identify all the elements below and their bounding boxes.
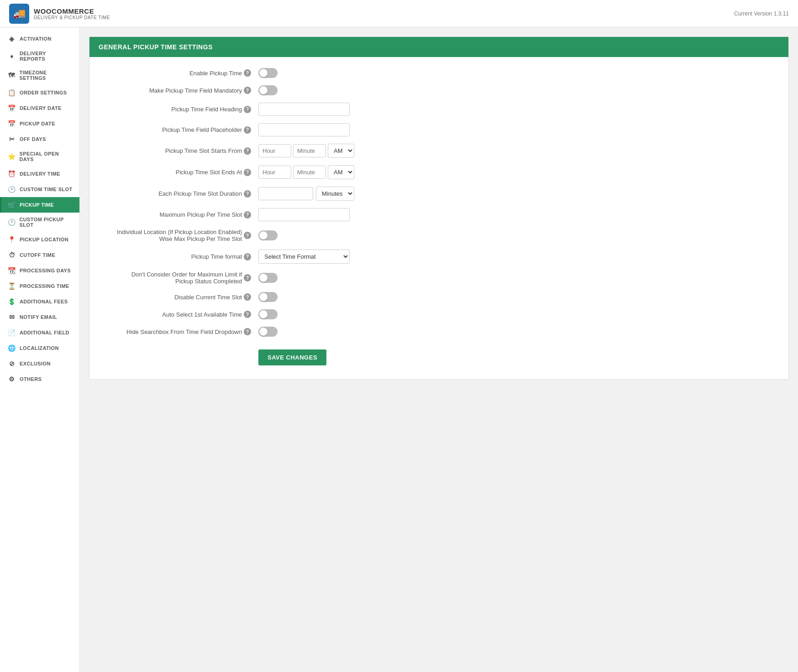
help-disable-current[interactable]: ? — [244, 293, 251, 301]
help-slot-ends-at[interactable]: ? — [244, 169, 251, 176]
toggle-auto-select[interactable] — [258, 309, 278, 319]
sidebar-label-others: OTHERS — [20, 376, 42, 382]
sidebar-item-processing-time[interactable]: ⏳ PROCESSING TIME — [0, 278, 79, 294]
help-enable-pickup-time[interactable]: ? — [244, 69, 251, 77]
app-wrapper: 🚚 WOOCOMMERCE DELIVERY & PICKUP DATE TIM… — [0, 0, 798, 672]
label-auto-select: Auto Select 1st Available Time ? — [103, 311, 258, 318]
sidebar-item-others[interactable]: ⚙ OTHERS — [0, 371, 79, 387]
sidebar-item-order-settings[interactable]: 📋 ORDER SETTINGS — [0, 85, 79, 100]
row-disable-current: Disable Current Time Slot ? — [103, 292, 775, 302]
sidebar-label-additional-fees: ADDITIONAL FEES — [20, 299, 68, 304]
toggle-dont-consider[interactable] — [258, 273, 278, 283]
label-dont-consider: Don't Consider Order for Maximum Limit i… — [103, 271, 258, 285]
control-dont-consider — [258, 273, 775, 283]
control-make-mandatory — [258, 85, 775, 95]
off-days-icon: ✂ — [8, 135, 16, 143]
sidebar-item-special-open-days[interactable]: ⭐ SPECIAL OPEN DAYS — [0, 147, 79, 166]
input-ends-minute[interactable] — [293, 166, 326, 179]
select-time-format[interactable]: Select Time Format 12 Hour 24 Hour — [258, 250, 350, 264]
help-individual-location[interactable]: ? — [244, 232, 251, 239]
sidebar-item-localization[interactable]: 🌐 LOCALIZATION — [0, 340, 79, 356]
delivery-time-icon: ⏰ — [8, 170, 16, 177]
help-field-placeholder[interactable]: ? — [244, 126, 251, 134]
control-disable-current — [258, 292, 775, 302]
sidebar-item-cutoff-time[interactable]: ⏱ CUTOFF TIME — [0, 247, 79, 263]
help-hide-searchbox[interactable]: ? — [244, 328, 251, 335]
row-make-mandatory: Make Pickup Time Field Mandatory ? — [103, 85, 775, 95]
label-slot-duration: Each Pickup Time Slot Duration ? — [103, 190, 258, 198]
sidebar-item-notify-email[interactable]: ✉ NOTIFY EMAIL — [0, 309, 79, 325]
sidebar-item-activation[interactable]: ◈ ACTIVATION — [0, 31, 79, 47]
section-card: GENERAL PICKUP TIME SETTINGS Enable Pick… — [89, 36, 789, 380]
sidebar-item-exclusion[interactable]: ⊘ EXCLUSION — [0, 356, 79, 371]
sidebar-item-additional-field[interactable]: 📄 ADDITIONAL FIELD — [0, 325, 79, 340]
sidebar-item-pickup-date[interactable]: 📅 PICKUP DATE — [0, 116, 79, 131]
help-max-per-slot[interactable]: ? — [244, 211, 251, 219]
localization-icon: 🌐 — [8, 344, 16, 352]
row-hide-searchbox: Hide Searchbox From Time Field Dropdown … — [103, 327, 775, 337]
select-starts-ampm[interactable]: AM PM — [328, 144, 354, 158]
input-max-per-slot[interactable] — [258, 208, 350, 221]
toggle-hide-searchbox[interactable] — [258, 327, 278, 337]
row-max-per-slot: Maximum Pickup Per Time Slot ? — [103, 208, 775, 221]
sidebar-item-delivery-reports[interactable]: ♦ DELIVERY REPORTS — [0, 47, 79, 66]
toggle-disable-current[interactable] — [258, 292, 278, 302]
select-ends-ampm[interactable]: AM PM — [328, 165, 354, 179]
toggle-individual-location[interactable] — [258, 230, 278, 240]
sidebar-item-additional-fees[interactable]: 💲 ADDITIONAL FEES — [0, 294, 79, 309]
sidebar: ◈ ACTIVATION ♦ DELIVERY REPORTS 🗺 TIMEZO… — [0, 27, 80, 672]
label-field-placeholder: Pickup Time Field Placeholder ? — [103, 126, 258, 134]
label-hide-searchbox: Hide Searchbox From Time Field Dropdown … — [103, 328, 258, 335]
help-make-mandatory[interactable]: ? — [244, 87, 251, 94]
label-time-format: Pickup Time format ? — [103, 253, 258, 260]
save-button[interactable]: SAVE CHANGES — [258, 349, 326, 365]
main-layout: ◈ ACTIVATION ♦ DELIVERY REPORTS 🗺 TIMEZO… — [0, 27, 798, 672]
sidebar-item-timezone-settings[interactable]: 🗺 TIMEZONE SETTINGS — [0, 66, 79, 85]
sidebar-label-off-days: OFF DAYS — [20, 136, 46, 142]
delivery-reports-icon: ♦ — [8, 52, 16, 60]
section-header: GENERAL PICKUP TIME SETTINGS — [89, 37, 788, 57]
input-ends-hour[interactable] — [258, 166, 291, 179]
input-slot-duration[interactable] — [258, 187, 313, 200]
custom-time-slot-icon: 🕐 — [8, 186, 16, 193]
notify-email-icon: ✉ — [8, 313, 16, 321]
sidebar-label-delivery-time: DELIVERY TIME — [20, 171, 60, 177]
sidebar-item-delivery-date[interactable]: 📅 DELIVERY DATE — [0, 100, 79, 116]
save-button-wrap: SAVE CHANGES — [103, 344, 775, 365]
activation-icon: ◈ — [8, 35, 16, 42]
toggle-enable-pickup-time[interactable] — [258, 68, 278, 78]
row-individual-location: Individual Location (If Pickup Location … — [103, 229, 775, 242]
label-make-mandatory: Make Pickup Time Field Mandatory ? — [103, 87, 258, 94]
input-starts-hour[interactable] — [258, 144, 291, 157]
main-content: GENERAL PICKUP TIME SETTINGS Enable Pick… — [80, 27, 798, 672]
select-duration-unit[interactable]: Minutes Hours — [316, 187, 354, 201]
exclusion-icon: ⊘ — [8, 360, 16, 367]
row-auto-select: Auto Select 1st Available Time ? — [103, 309, 775, 319]
help-auto-select[interactable]: ? — [244, 311, 251, 318]
sidebar-label-special-open-days: SPECIAL OPEN DAYS — [19, 151, 73, 162]
help-slot-starts-from[interactable]: ? — [244, 147, 251, 155]
sidebar-item-pickup-time[interactable]: 🛒 PICKUP TIME — [0, 197, 79, 213]
help-field-heading[interactable]: ? — [244, 106, 251, 113]
row-dont-consider: Don't Consider Order for Maximum Limit i… — [103, 271, 775, 285]
label-individual-location: Individual Location (If Pickup Location … — [103, 229, 258, 242]
help-time-format[interactable]: ? — [244, 253, 251, 260]
control-field-placeholder — [258, 123, 775, 136]
sidebar-item-pickup-location[interactable]: 📍 PICKUP LOCATION — [0, 232, 79, 247]
sidebar-item-custom-time-slot[interactable]: 🕐 CUSTOM TIME SLOT — [0, 182, 79, 197]
help-slot-duration[interactable]: ? — [244, 190, 251, 198]
section-title: GENERAL PICKUP TIME SETTINGS — [99, 43, 213, 51]
input-starts-minute[interactable] — [293, 144, 326, 157]
sidebar-item-off-days[interactable]: ✂ OFF DAYS — [0, 131, 79, 147]
sidebar-item-custom-pickup-slot[interactable]: 🕐 CUSTOM PICKUP SLOT — [0, 213, 79, 232]
special-open-days-icon: ⭐ — [8, 153, 16, 160]
input-field-placeholder[interactable] — [258, 123, 350, 136]
version-label: Current Version 1.3.11 — [734, 10, 789, 17]
sidebar-label-pickup-location: PICKUP LOCATION — [20, 237, 68, 242]
toggle-make-mandatory[interactable] — [258, 85, 278, 95]
control-field-heading — [258, 103, 775, 116]
input-field-heading[interactable] — [258, 103, 350, 116]
sidebar-item-processing-days[interactable]: 📆 PROCESSING DAYS — [0, 263, 79, 278]
sidebar-item-delivery-time[interactable]: ⏰ DELIVERY TIME — [0, 166, 79, 182]
help-dont-consider[interactable]: ? — [244, 274, 251, 281]
